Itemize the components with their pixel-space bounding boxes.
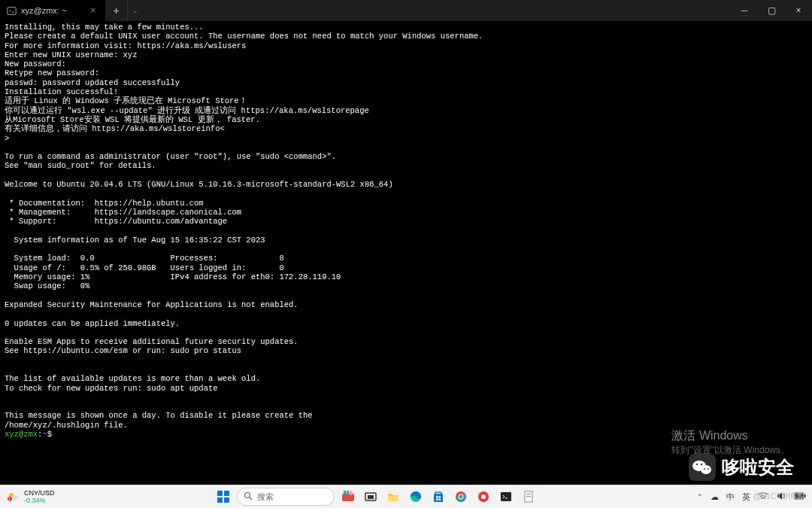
- stock-change: -0.34%: [24, 497, 55, 504]
- svg-rect-27: [436, 496, 438, 498]
- store-icon[interactable]: [429, 488, 447, 506]
- lang-indicator[interactable]: 英: [742, 491, 750, 503]
- svg-rect-28: [438, 496, 441, 498]
- taskbar-right: ⌃ ☁ 中 英: [697, 491, 806, 503]
- svg-rect-0: [7, 7, 15, 14]
- app-icon-red[interactable]: [474, 488, 492, 506]
- new-tab-button[interactable]: +: [105, 0, 128, 21]
- cloud-icon[interactable]: ☁: [710, 492, 719, 502]
- svg-text:1: 1: [8, 497, 11, 501]
- title-bar: xyz@zmx: ~ × + ⌄ ─ ▢ ×: [0, 0, 812, 21]
- svg-point-37: [481, 494, 486, 499]
- edge-icon[interactable]: [407, 488, 425, 506]
- svg-point-8: [11, 495, 19, 500]
- svg-rect-13: [217, 497, 223, 503]
- terminal-output[interactable]: Installing, this may take a few minutes.…: [0, 21, 812, 485]
- svg-rect-29: [436, 499, 438, 501]
- stock-label: CNY/USD: [24, 489, 55, 497]
- svg-rect-38: [501, 492, 511, 501]
- task-view-icon[interactable]: [362, 488, 380, 506]
- stock-widget[interactable]: CNY/USD -0.34%: [24, 489, 55, 504]
- svg-rect-18: [344, 491, 346, 495]
- svg-rect-12: [224, 491, 229, 496]
- svg-rect-20: [350, 491, 352, 495]
- explorer-icon[interactable]: [384, 488, 402, 506]
- tab-title: xyz@zmx: ~: [21, 6, 66, 15]
- terminal-icon: [6, 5, 17, 16]
- svg-rect-14: [224, 497, 229, 503]
- taskbar-center: 搜索: [214, 488, 538, 506]
- terminal-taskbar-icon[interactable]: [497, 488, 515, 506]
- search-icon: [244, 491, 253, 502]
- weather-icon[interactable]: 1: [6, 489, 21, 504]
- chrome-icon[interactable]: [452, 488, 470, 506]
- svg-point-15: [244, 493, 250, 498]
- svg-rect-22: [368, 495, 374, 499]
- svg-rect-30: [438, 499, 441, 501]
- svg-rect-44: [795, 494, 803, 498]
- wifi-icon[interactable]: [758, 491, 768, 503]
- svg-rect-23: [388, 496, 398, 501]
- app-icon-doc[interactable]: [520, 488, 538, 506]
- tab-active[interactable]: xyz@zmx: ~ ×: [0, 0, 105, 21]
- svg-rect-43: [804, 494, 806, 497]
- svg-rect-19: [347, 491, 349, 495]
- tab-dropdown-button[interactable]: ⌄: [128, 7, 143, 14]
- window-close-button[interactable]: ×: [785, 0, 812, 21]
- svg-line-16: [250, 497, 252, 500]
- svg-rect-26: [435, 492, 441, 494]
- maximize-button[interactable]: ▢: [758, 0, 785, 21]
- tray-chevron-icon[interactable]: ⌃: [697, 493, 703, 500]
- start-button[interactable]: [214, 488, 232, 506]
- app-icon-1[interactable]: [339, 488, 357, 506]
- minimize-button[interactable]: ─: [731, 0, 758, 21]
- volume-icon[interactable]: [776, 491, 786, 503]
- ime-indicator[interactable]: 中: [726, 491, 735, 503]
- svg-point-35: [459, 495, 462, 499]
- tab-close-button[interactable]: ×: [87, 5, 99, 17]
- search-box[interactable]: 搜索: [237, 488, 335, 506]
- svg-rect-40: [526, 494, 531, 494]
- prompt-end: $: [47, 430, 52, 439]
- prompt-user: xyz@zmx: [5, 430, 38, 439]
- window-controls: ─ ▢ ×: [731, 0, 812, 21]
- battery-icon[interactable]: [794, 492, 806, 501]
- taskbar: 1 CNY/USD -0.34% 搜索 ⌃ ☁ 中 英: [0, 485, 812, 508]
- taskbar-left: 1 CNY/USD -0.34%: [6, 489, 55, 504]
- svg-rect-41: [526, 496, 531, 497]
- svg-rect-11: [217, 491, 223, 496]
- search-placeholder: 搜索: [257, 491, 274, 503]
